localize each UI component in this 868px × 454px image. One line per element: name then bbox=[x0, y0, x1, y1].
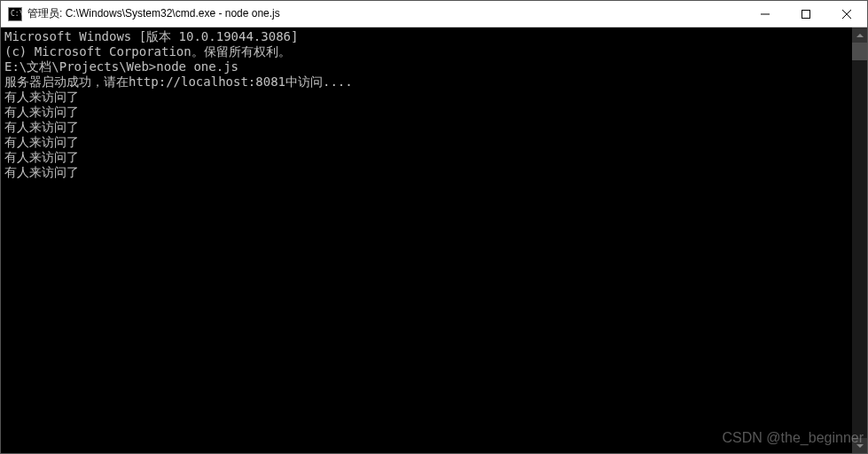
console-line: 有人来访问了 bbox=[4, 105, 848, 120]
console-output[interactable]: Microsoft Windows [版本 10.0.19044.3086](c… bbox=[1, 27, 852, 453]
close-button[interactable] bbox=[826, 1, 867, 27]
vertical-scrollbar[interactable] bbox=[852, 27, 867, 453]
svg-marker-7 bbox=[856, 34, 864, 37]
console-body: Microsoft Windows [版本 10.0.19044.3086](c… bbox=[1, 27, 867, 453]
terminal-window: C:\ 管理员: C:\Windows\System32\cmd.exe - n… bbox=[0, 0, 868, 454]
window-controls bbox=[745, 1, 867, 27]
console-line: 有人来访问了 bbox=[4, 150, 848, 165]
svg-text:C:\: C:\ bbox=[11, 10, 22, 18]
console-line: 有人来访问了 bbox=[4, 90, 848, 105]
maximize-button[interactable] bbox=[786, 1, 826, 27]
console-line: 有人来访问了 bbox=[4, 135, 848, 150]
console-line: 服务器启动成功，请在http://localhost:8081中访问.... bbox=[4, 74, 848, 90]
svg-marker-8 bbox=[856, 444, 864, 448]
console-line: (c) Microsoft Corporation。保留所有权利。 bbox=[4, 44, 848, 59]
console-line: E:\文档\Projects\Web>node one.js bbox=[4, 59, 848, 74]
console-line: 有人来访问了 bbox=[4, 120, 848, 135]
titlebar[interactable]: C:\ 管理员: C:\Windows\System32\cmd.exe - n… bbox=[1, 1, 867, 27]
scroll-track[interactable] bbox=[852, 43, 867, 438]
scroll-thumb[interactable] bbox=[852, 43, 867, 60]
scroll-up-button[interactable] bbox=[852, 27, 867, 43]
console-line: 有人来访问了 bbox=[4, 165, 848, 180]
console-line: Microsoft Windows [版本 10.0.19044.3086] bbox=[4, 29, 848, 44]
window-title: 管理员: C:\Windows\System32\cmd.exe - node … bbox=[27, 6, 745, 21]
cmd-icon: C:\ bbox=[8, 7, 22, 21]
minimize-button[interactable] bbox=[745, 1, 786, 27]
svg-rect-4 bbox=[802, 10, 810, 18]
scroll-down-button[interactable] bbox=[852, 438, 867, 453]
